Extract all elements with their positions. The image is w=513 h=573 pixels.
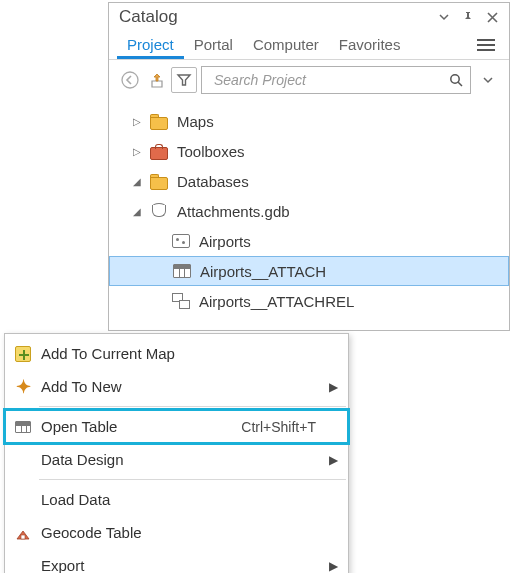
context-menu: Add To Current Map ✦ Add To New ▶ Open T… (4, 333, 349, 573)
tab-favorites[interactable]: Favorites (329, 31, 411, 59)
toolbar (109, 60, 509, 100)
tree-label: Airports__ATTACHREL (199, 293, 354, 310)
tree-item-attach-rel[interactable]: ▷ Airports__ATTACHREL (109, 286, 509, 316)
expand-icon[interactable]: ▷ (131, 115, 143, 127)
featureclass-icon (171, 231, 191, 251)
filter-button[interactable] (171, 67, 197, 93)
svg-point-1 (451, 74, 459, 82)
menu-add-to-current-map[interactable]: Add To Current Map (5, 337, 348, 370)
tree-item-attach-table[interactable]: ▷ Airports__ATTACH (109, 256, 509, 286)
tree-label: Toolboxes (177, 143, 245, 160)
menu-separator (39, 406, 346, 407)
catalog-tree: ▷ Maps ▷ Toolboxes ◢ Databases ◢ Attachm… (109, 100, 509, 330)
menu-icon[interactable] (477, 34, 499, 56)
tree-item-featureclass[interactable]: ▷ Airports (109, 226, 509, 256)
open-table-icon (11, 416, 35, 438)
shortcut-label: Ctrl+Shift+T (241, 419, 316, 435)
add-map-icon (11, 343, 35, 365)
menu-geocode-table[interactable]: Geocode Table (5, 516, 348, 549)
database-folder-icon (149, 171, 169, 191)
search-box (201, 66, 471, 94)
add-new-icon: ✦ (11, 376, 35, 398)
tab-project[interactable]: Project (117, 31, 184, 59)
geocode-icon (11, 522, 35, 544)
tab-portal[interactable]: Portal (184, 31, 243, 59)
pin-icon[interactable] (459, 8, 477, 26)
search-dropdown[interactable] (475, 67, 501, 93)
tree-label: Airports (199, 233, 251, 250)
chevron-right-icon: ▶ (324, 380, 338, 394)
expand-icon[interactable]: ▷ (131, 145, 143, 157)
collapse-icon[interactable]: ◢ (131, 205, 143, 217)
close-icon[interactable] (483, 8, 501, 26)
back-button[interactable] (117, 67, 143, 93)
chevron-right-icon: ▶ (324, 559, 338, 573)
tree-item-toolboxes[interactable]: ▷ Toolboxes (109, 136, 509, 166)
tree-label: Attachments.gdb (177, 203, 290, 220)
tree-label: Databases (177, 173, 249, 190)
geodatabase-icon (149, 201, 169, 221)
tree-label: Airports__ATTACH (200, 263, 326, 280)
search-input[interactable] (208, 72, 449, 88)
menu-add-to-new[interactable]: ✦ Add To New ▶ (5, 370, 348, 403)
svg-point-0 (122, 72, 138, 88)
collapse-icon[interactable]: ◢ (131, 175, 143, 187)
tree-item-gdb[interactable]: ◢ Attachments.gdb (109, 196, 509, 226)
up-button[interactable] (147, 67, 167, 93)
tree-item-databases[interactable]: ◢ Databases (109, 166, 509, 196)
pane-title: Catalog (119, 7, 429, 27)
svg-line-2 (458, 82, 462, 86)
tabs: Project Portal Computer Favorites (109, 30, 509, 60)
tab-computer[interactable]: Computer (243, 31, 329, 59)
toolbox-icon (149, 141, 169, 161)
chevron-right-icon: ▶ (324, 453, 338, 467)
menu-open-table[interactable]: Open Table Ctrl+Shift+T (5, 410, 348, 443)
catalog-pane: Catalog Project Portal Computer Favorite… (108, 2, 510, 331)
menu-export[interactable]: Export ▶ (5, 549, 348, 573)
table-icon (172, 261, 192, 281)
relationship-icon (171, 291, 191, 311)
svg-rect-3 (21, 535, 25, 539)
tree-label: Maps (177, 113, 214, 130)
pane-titlebar: Catalog (109, 3, 509, 30)
menu-load-data[interactable]: Load Data (5, 483, 348, 516)
folder-icon (149, 111, 169, 131)
autohide-icon[interactable] (435, 8, 453, 26)
menu-separator (39, 479, 346, 480)
tree-item-maps[interactable]: ▷ Maps (109, 106, 509, 136)
menu-data-design[interactable]: Data Design ▶ (5, 443, 348, 476)
search-icon[interactable] (449, 73, 464, 88)
